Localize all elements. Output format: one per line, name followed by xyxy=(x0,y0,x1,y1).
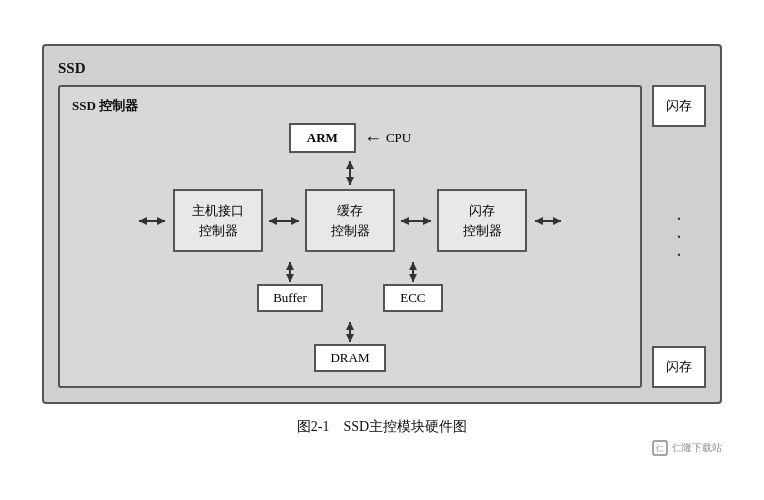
svg-marker-2 xyxy=(346,161,354,169)
page-wrapper: SSD SSD 控制器 ARM ← CPU xyxy=(0,0,764,500)
h-double-arrow-2 xyxy=(395,209,437,233)
h-double-arrow-1 xyxy=(263,209,305,233)
svg-marker-22 xyxy=(346,322,354,330)
dram-up-arrow xyxy=(340,320,360,344)
svg-marker-11 xyxy=(423,217,431,225)
flash-controller-line1: 闪存 xyxy=(469,201,495,221)
buffer-up-arrow xyxy=(280,260,300,284)
ssd-label: SSD xyxy=(58,60,706,77)
flash-controller-line2: 控制器 xyxy=(463,221,502,241)
double-arrow-icon-2 xyxy=(399,209,433,233)
ssd-controller-box: SSD 控制器 ARM ← CPU xyxy=(58,85,642,388)
cache-controller-line2: 控制器 xyxy=(331,221,370,241)
bottom-row: Buffer ECC xyxy=(72,260,628,312)
svg-marker-10 xyxy=(401,217,409,225)
host-controller-line2: 控制器 xyxy=(199,221,238,241)
top-row: ARM ← CPU xyxy=(289,123,411,153)
svg-marker-4 xyxy=(139,217,147,225)
cache-controller-line1: 缓存 xyxy=(337,201,363,221)
cpu-arrow: ← CPU xyxy=(364,128,411,149)
svg-marker-20 xyxy=(409,274,417,282)
arm-down-arrow xyxy=(340,159,360,187)
figure-number: 图2-1 xyxy=(297,419,330,434)
buffer-item: Buffer xyxy=(257,260,323,312)
watermark-text: 仁隆下载站 xyxy=(672,441,722,455)
flash-box-2: 闪存 xyxy=(652,346,706,388)
svg-marker-16 xyxy=(286,262,294,270)
left-double-arrow-icon xyxy=(137,209,167,233)
flash-column: 闪存 · · · 闪存 xyxy=(652,85,706,388)
ssd-controller-label: SSD 控制器 xyxy=(72,97,628,115)
svg-marker-13 xyxy=(535,217,543,225)
double-arrow-icon-1 xyxy=(267,209,301,233)
ecc-up-arrow xyxy=(403,260,423,284)
svg-marker-17 xyxy=(286,274,294,282)
ecc-item: ECC xyxy=(383,260,443,312)
flash-box-1: 闪存 xyxy=(652,85,706,127)
dram-box: DRAM xyxy=(314,344,385,372)
ecc-box: ECC xyxy=(383,284,443,312)
watermark: 仁 仁隆下载站 xyxy=(652,440,722,456)
svg-marker-8 xyxy=(291,217,299,225)
buffer-box: Buffer xyxy=(257,284,323,312)
dram-row: DRAM xyxy=(72,320,628,372)
svg-text:仁: 仁 xyxy=(656,444,664,453)
svg-marker-19 xyxy=(409,262,417,270)
svg-marker-1 xyxy=(346,177,354,185)
svg-marker-23 xyxy=(346,334,354,342)
host-controller-box: 主机接口 控制器 xyxy=(173,189,263,252)
left-outer-arrow xyxy=(131,209,173,233)
svg-marker-5 xyxy=(157,217,165,225)
left-arrow-icon: ← xyxy=(364,128,382,149)
caption: 图2-1 SSD主控模块硬件图 xyxy=(297,418,467,436)
host-controller-line1: 主机接口 xyxy=(192,201,244,221)
figure-title: SSD主控模块硬件图 xyxy=(343,419,467,434)
svg-marker-7 xyxy=(269,217,277,225)
arm-cpu-area: ARM ← CPU xyxy=(72,123,628,189)
right-double-arrow-icon xyxy=(533,209,563,233)
watermark-icon: 仁 xyxy=(652,440,668,456)
cpu-label: CPU xyxy=(386,130,411,146)
ssd-outer-box: SSD SSD 控制器 ARM ← CPU xyxy=(42,44,722,404)
right-outer-arrow xyxy=(527,209,569,233)
cache-controller-box: 缓存 控制器 xyxy=(305,189,395,252)
arm-box: ARM xyxy=(289,123,356,153)
middle-row: 主机接口 控制器 xyxy=(72,189,628,252)
svg-marker-14 xyxy=(553,217,561,225)
flash-controller-box: 闪存 控制器 xyxy=(437,189,527,252)
dots: · · · xyxy=(677,206,682,268)
